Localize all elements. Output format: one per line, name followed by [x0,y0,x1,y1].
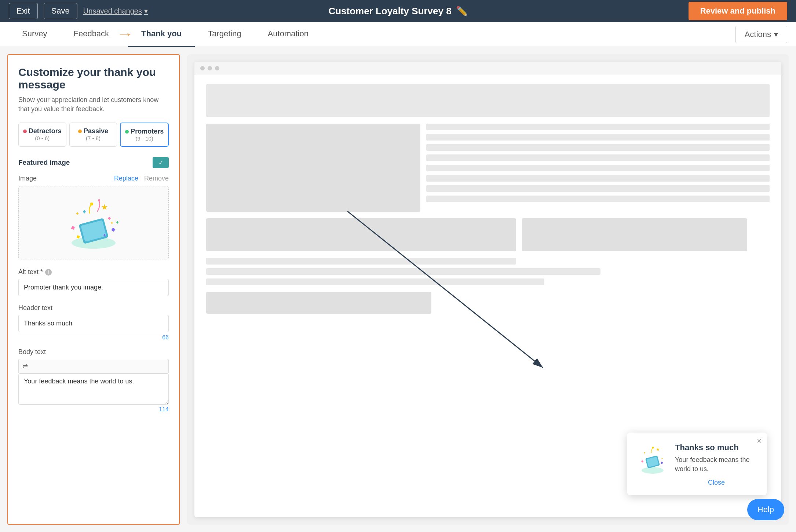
svg-text:★: ★ [656,447,660,452]
edit-icon[interactable]: ✏️ [456,6,468,17]
svg-rect-7 [111,228,115,232]
wire-line [426,185,770,192]
body-char-count: 114 [18,406,169,413]
svg-rect-24 [661,462,663,464]
svg-rect-9 [108,217,111,220]
popup-illustration: ★ ✦ ✦ [636,443,669,476]
survey-title: Customer Loyalty Survey 8 [328,6,451,17]
popup-text-area: Thanks so much Your feedback means the w… [675,443,758,487]
body-text-toolbar: ⇌ [18,359,169,374]
featured-image-row: Featured image ✓ [18,157,169,168]
tab-targeting[interactable]: Targeting [195,22,255,47]
wire-block-hero [206,84,770,117]
alt-text-input[interactable] [18,279,169,296]
tab-thank-you[interactable]: Thank you [128,22,195,47]
panel-title: Customize your thank you message [18,66,169,91]
popup-close-link[interactable]: Close [675,479,758,487]
left-panel: Customize your thank you message Show yo… [7,54,180,525]
wire-line [206,278,544,285]
nav-tabs-bar: Survey Feedback → Thank you Targeting Au… [0,22,796,47]
body-text-label: Body text [18,348,169,356]
preview-window: × ★ ✦ ✦ Thanks so much Your feedback [194,62,781,517]
featured-image-label: Featured image [18,158,70,167]
wire-image-2 [206,218,516,251]
wire-lines-2 [206,258,770,285]
alt-text-section: Alt text * i [18,268,169,298]
popup-close-button[interactable]: × [757,436,762,446]
image-label-row: Image Replace Remove [18,175,169,182]
svg-text:✦: ✦ [643,451,646,455]
wire-image-4 [206,292,431,314]
wire-line [426,134,770,141]
detractors-dot [23,130,27,133]
actions-button[interactable]: Actions ▾ [735,26,787,43]
svg-point-10 [90,203,93,205]
review-publish-button[interactable]: Review and publish [689,2,787,20]
unsaved-changes-link[interactable]: Unsaved changes ▾ [83,7,148,15]
remove-link[interactable]: Remove [144,175,169,182]
wire-line [206,258,516,265]
preview-dot-2 [208,66,212,70]
segment-tabs: Detractors (0 - 6) Passive (7 - 8) Promo… [18,123,169,147]
header-bar: Exit Save Unsaved changes ▾ Customer Loy… [0,0,796,22]
svg-point-25 [652,447,654,448]
alt-text-label: Alt text * i [18,268,169,276]
preview-header [194,62,781,75]
promoters-dot [125,130,129,134]
tab-survey[interactable]: Survey [9,22,60,47]
body-text-section: Body text ⇌ 114 [18,348,169,413]
wire-row-2 [206,218,770,251]
text-format-icon[interactable]: ⇌ [22,362,28,370]
panel-subtitle: Show your appreciation and let customers… [18,95,169,114]
segment-tab-detractors[interactable]: Detractors (0 - 6) [18,123,66,147]
header-text-input[interactable] [18,315,169,332]
help-button[interactable]: Help [747,499,784,520]
segment-tab-promoters[interactable]: Promoters (9 - 10) [120,123,169,147]
header-text-label: Header text [18,304,169,312]
featured-image-toggle[interactable]: ✓ [153,157,169,168]
right-panel: × ★ ✦ ✦ Thanks so much Your feedback [187,54,789,525]
segment-tab-passive[interactable]: Passive (7 - 8) [69,123,117,147]
wire-line [426,144,770,151]
popup-title: Thanks so much [675,443,758,452]
wire-lines-1 [426,124,770,202]
image-actions: Replace Remove [114,175,169,182]
wire-line [426,124,770,130]
preview-wireframe [194,75,781,323]
wire-line [426,154,770,161]
svg-marker-12 [83,210,86,214]
svg-text:✦: ✦ [661,457,663,460]
wire-image-3 [522,218,747,251]
main-content: Customize your thank you message Show yo… [0,47,796,532]
tab-automation[interactable]: Automation [255,22,322,47]
replace-link[interactable]: Replace [114,175,138,182]
svg-rect-6 [71,226,75,230]
exit-button[interactable]: Exit [9,3,38,19]
wire-row-3 [206,258,770,285]
preview-dot-1 [200,66,205,70]
wire-line [206,268,600,275]
wire-line [426,196,770,202]
popup-card: × ★ ✦ ✦ Thanks so much Your feedback [627,433,767,495]
header-left: Exit Save Unsaved changes ▾ [9,3,148,19]
alt-text-info-icon[interactable]: i [45,269,52,276]
chevron-down-icon: ▾ [144,7,148,15]
wire-image-1 [206,124,420,212]
tab-feedback[interactable]: Feedback [60,22,122,47]
svg-text:★: ★ [101,203,108,212]
chevron-down-icon: ▾ [774,30,778,39]
save-button[interactable]: Save [44,3,77,19]
nav-tabs: Survey Feedback → Thank you Targeting Au… [9,22,322,47]
svg-marker-14 [116,221,118,224]
svg-text:✦: ✦ [110,221,114,226]
svg-rect-23 [641,460,643,462]
wire-line [426,175,770,182]
wire-line [426,165,770,171]
body-text-input[interactable] [18,374,169,405]
header-char-count: 66 [18,334,169,341]
svg-point-17 [642,467,664,474]
header-text-section: Header text 66 [18,304,169,341]
passive-dot [78,130,82,133]
popup-body: Your feedback means the world to us. [675,455,758,474]
wire-row-1 [206,124,770,212]
